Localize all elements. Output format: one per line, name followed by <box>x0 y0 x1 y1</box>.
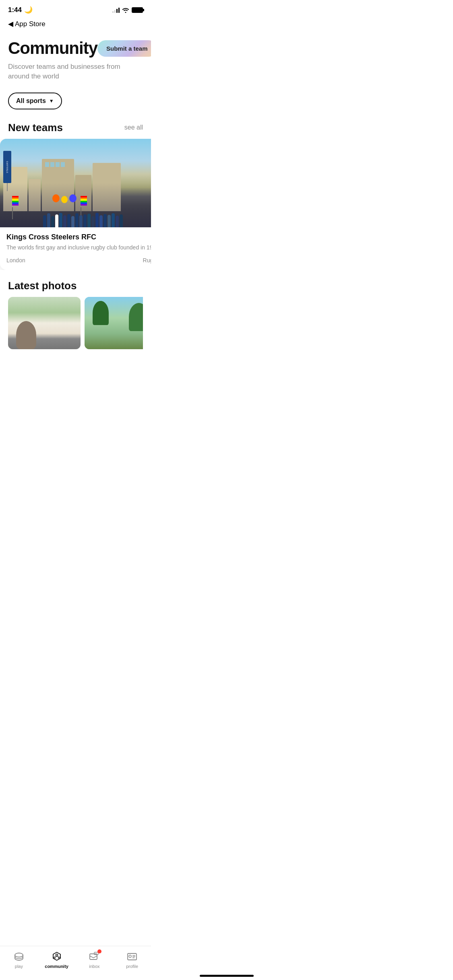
header-row: Community Submit a team <box>8 39 143 58</box>
teams-scroll: STEELERS STEELERS <box>0 139 151 270</box>
team-card-image: STEELERS STEELERS <box>0 139 151 227</box>
new-teams-section-header: New teams see all <box>8 121 143 134</box>
sports-filter-button[interactable]: All sports ▼ <box>8 93 62 109</box>
photo-item[interactable] <box>85 297 143 349</box>
latest-photos-section: Latest photos <box>0 280 151 349</box>
team-card[interactable]: STEELERS STEELERS <box>0 139 151 270</box>
new-teams-title: New teams <box>8 121 63 134</box>
status-bar: 1:44 🌙 <box>0 0 151 17</box>
photos-grid <box>8 297 143 349</box>
see-all-link[interactable]: see all <box>124 124 143 131</box>
page-title: Community <box>8 39 97 58</box>
back-chevron-icon: ◀ <box>8 20 13 28</box>
dropdown-icon: ▼ <box>49 98 54 104</box>
status-time: 1:44 🌙 <box>8 6 33 14</box>
team-location: London <box>6 257 25 264</box>
status-indicators <box>112 7 143 13</box>
team-card-body: Kings Cross Steelers RFC The worlds firs… <box>0 227 151 270</box>
photo-item[interactable] <box>8 297 81 349</box>
battery-icon <box>132 7 143 13</box>
moon-icon: 🌙 <box>24 6 33 14</box>
latest-photos-title: Latest photos <box>8 280 143 292</box>
submit-team-button[interactable]: Submit a team <box>97 40 151 57</box>
back-button[interactable]: ◀ App Store <box>0 17 151 31</box>
filter-container: All sports ▼ <box>8 93 143 109</box>
page-subtitle: Discover teams and businesses from aroun… <box>8 62 143 81</box>
team-meta: London Rugby <box>6 257 151 264</box>
team-name: Kings Cross Steelers RFC <box>6 233 151 241</box>
signal-icon <box>112 7 120 13</box>
main-content: Community Submit a team Discover teams a… <box>0 31 151 134</box>
wifi-icon <box>122 7 129 13</box>
team-sport: Rugby <box>143 257 151 264</box>
team-description: The worlds first gay and inclusive rugby… <box>6 244 151 252</box>
